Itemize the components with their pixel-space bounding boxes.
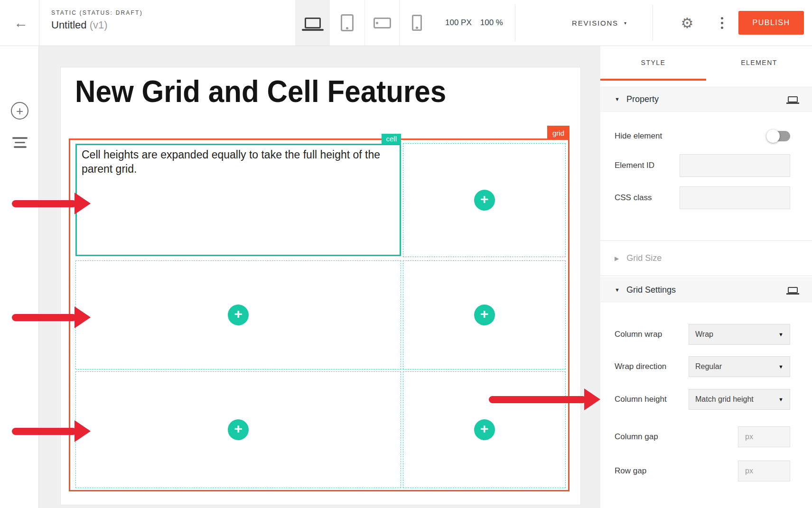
section-title: Grid Settings — [626, 285, 781, 295]
row-gap-label: Row gap — [615, 466, 646, 476]
section-title: Property — [626, 94, 781, 104]
mobile-portrait-icon — [412, 15, 422, 31]
grid-label-badge[interactable]: grid — [547, 126, 569, 140]
column-gap-label: Column gap — [615, 432, 658, 442]
chevron-right-icon: ▶ — [615, 255, 619, 262]
page-builder-app: ← STATIC (STATUS: DRAFT) Untitled (v1) 1… — [0, 0, 812, 508]
revisions-dropdown[interactable]: REVISIONS ▾ — [572, 0, 627, 46]
toolbar-divider — [653, 5, 653, 41]
mobile-landscape-icon — [373, 18, 391, 28]
column-height-row: Column height Match grid height ▼ — [615, 389, 790, 410]
tab-style[interactable]: STYLE — [600, 46, 706, 81]
cell-text[interactable]: Cell heights are expanded equally to tak… — [82, 148, 395, 176]
toolbar-divider — [39, 0, 39, 46]
select-value: Regular — [695, 362, 722, 371]
add-content-button[interactable]: + — [474, 305, 495, 325]
document-title: Untitled (v1) — [51, 19, 143, 31]
css-class-label: CSS class — [615, 193, 652, 203]
hide-element-label: Hide element — [615, 131, 662, 141]
grid-cell[interactable]: + — [75, 371, 401, 488]
page-heading[interactable]: New Grid and Cell Features — [75, 74, 446, 109]
cell-label-badge[interactable]: cell — [382, 134, 401, 144]
grid-cell[interactable]: + — [403, 143, 566, 257]
element-id-row: Element ID — [615, 154, 790, 177]
column-gap-row: Column gap — [615, 426, 790, 447]
chevron-down-icon: ▼ — [615, 96, 620, 102]
device-phone-button[interactable] — [399, 0, 434, 46]
column-height-select[interactable]: Match grid height ▼ — [689, 389, 790, 410]
device-tablet-button[interactable] — [330, 0, 364, 46]
document-version: (v1) — [90, 19, 108, 31]
css-class-row: CSS class — [615, 186, 790, 209]
column-wrap-label: Column wrap — [615, 330, 662, 339]
viewport-zoom-value: 100 % — [480, 18, 503, 28]
canvas-page[interactable]: New Grid and Cell Features grid cell Cel… — [61, 67, 580, 505]
add-content-button[interactable]: + — [474, 190, 495, 211]
grid-settings-section-header[interactable]: ▼ Grid Settings — [600, 277, 812, 302]
revisions-label: REVISIONS — [572, 19, 618, 27]
element-id-label: Element ID — [615, 161, 654, 170]
laptop-scope-icon — [788, 287, 798, 293]
left-rail: + — [0, 46, 39, 508]
property-section-header[interactable]: ▼ Property — [600, 87, 812, 111]
hide-element-toggle[interactable] — [766, 129, 790, 143]
column-gap-field[interactable] — [738, 426, 790, 447]
chevron-down-icon: ▼ — [778, 364, 784, 369]
device-landscape-button[interactable] — [364, 0, 399, 46]
top-toolbar: ← STATIC (STATUS: DRAFT) Untitled (v1) 1… — [0, 0, 812, 46]
document-meta: STATIC (STATUS: DRAFT) Untitled (v1) — [51, 9, 143, 31]
toggle-knob — [766, 129, 780, 143]
css-class-field[interactable] — [680, 186, 790, 209]
device-laptop-button[interactable] — [295, 0, 330, 46]
column-wrap-select[interactable]: Wrap ▼ — [689, 324, 790, 345]
chevron-down-icon: ▾ — [624, 20, 627, 26]
add-content-button[interactable]: + — [228, 419, 249, 440]
wrap-direction-select[interactable]: Regular ▼ — [689, 356, 790, 377]
grid-cell[interactable]: + — [403, 371, 566, 488]
add-content-button[interactable]: + — [228, 305, 249, 325]
grid-size-section-header[interactable]: ▶ Grid Size — [600, 240, 812, 276]
viewport-width-value: 100 PX — [445, 18, 472, 28]
viewport-size-display: 100 PX 100 % — [445, 0, 503, 46]
chevron-down-icon: ▼ — [778, 332, 784, 337]
hide-element-row: Hide element — [615, 129, 790, 143]
add-content-button[interactable]: + — [474, 419, 495, 440]
chevron-down-icon: ▼ — [778, 397, 784, 402]
add-element-icon[interactable]: + — [11, 102, 28, 120]
row-gap-field[interactable] — [738, 461, 790, 481]
publish-button[interactable]: PUBLISH — [738, 11, 804, 35]
grid-element[interactable]: grid cell Cell heights are expanded equa… — [69, 139, 569, 491]
select-value: Wrap — [695, 330, 713, 339]
chevron-down-icon: ▼ — [615, 287, 620, 293]
section-title: Grid Size — [626, 253, 662, 263]
device-preview-switcher — [295, 0, 434, 46]
wrap-direction-label: Wrap direction — [615, 362, 666, 371]
select-value: Match grid height — [695, 395, 754, 404]
toolbar-divider — [515, 5, 515, 41]
gear-icon[interactable]: ⚙ — [676, 0, 698, 46]
grid-cell[interactable]: + — [403, 260, 566, 369]
tab-element[interactable]: ELEMENT — [706, 46, 812, 81]
back-icon[interactable]: ← — [7, 0, 35, 46]
panel-tabs: STYLE ELEMENT — [600, 46, 812, 81]
tablet-icon — [341, 14, 354, 31]
row-gap-row: Row gap — [615, 461, 790, 481]
document-title-text: Untitled — [51, 19, 87, 31]
element-id-field[interactable] — [680, 154, 790, 177]
document-status: STATIC (STATUS: DRAFT) — [51, 9, 143, 16]
style-panel: STYLE ELEMENT ▼ Property Hide element El… — [600, 46, 812, 508]
column-wrap-row: Column wrap Wrap ▼ — [615, 324, 790, 345]
layers-outline-icon[interactable] — [11, 137, 28, 148]
selected-cell[interactable]: cell Cell heights are expanded equally t… — [75, 144, 401, 256]
wrap-direction-row: Wrap direction Regular ▼ — [615, 356, 790, 377]
column-height-label: Column height — [615, 395, 667, 404]
grid-cell[interactable]: + — [75, 260, 401, 369]
laptop-icon — [305, 18, 321, 28]
laptop-scope-icon — [788, 96, 798, 102]
kebab-menu-icon[interactable] — [713, 0, 730, 46]
